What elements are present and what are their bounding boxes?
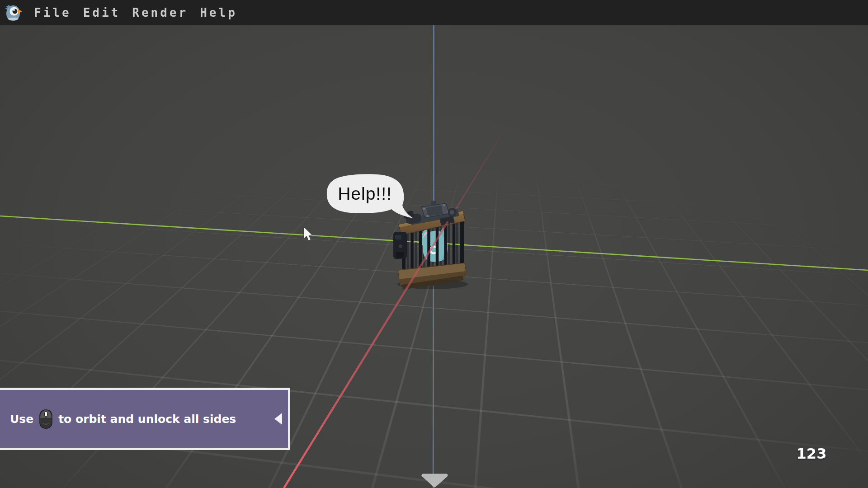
menu-render[interactable]: Render [126, 0, 194, 25]
orbit-hint-banner: Use to orbit and unlock all sides [0, 388, 290, 450]
menu-bar: File Edit Render Help [0, 0, 868, 25]
hint-text-suffix: to orbit and unlock all sides [58, 413, 236, 426]
menu-help[interactable]: Help [194, 0, 243, 25]
counter-badge: 123 [795, 445, 828, 462]
menu-edit[interactable]: Edit [77, 0, 127, 25]
mouse-icon [39, 409, 52, 429]
banner-collapse-left-triangle-icon[interactable] [274, 413, 282, 425]
menu-file[interactable]: File [28, 0, 77, 25]
hint-text-prefix: Use [10, 413, 33, 426]
app-logo-icon[interactable] [4, 4, 22, 22]
